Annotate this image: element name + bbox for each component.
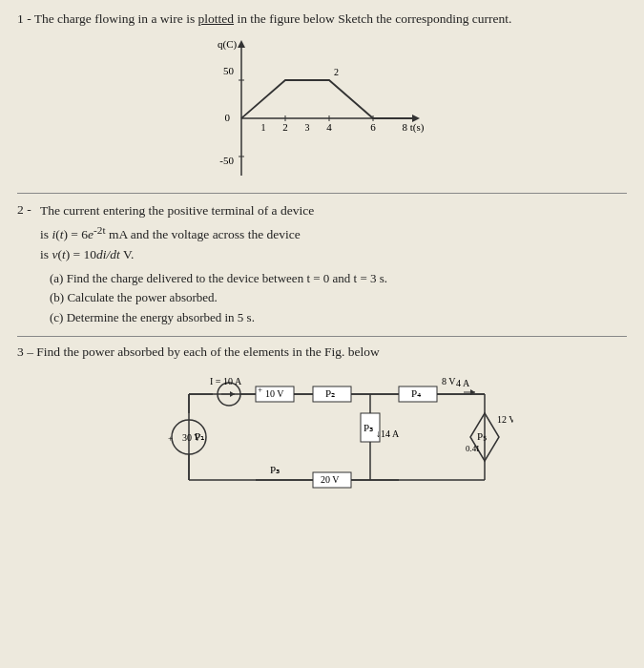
svg-text:1: 1 (260, 122, 265, 133)
charge-waveform (241, 80, 418, 118)
v1-label: 10 V (265, 388, 284, 399)
y-label-n50: -50 (219, 155, 234, 166)
p2-part-a: (a) Find the charge delivered to the dev… (50, 269, 387, 289)
problem-3-text: 3 – Find the power absorbed by each of t… (17, 344, 380, 359)
p-bottom-label: P₃ (270, 464, 280, 475)
p2-line1: The current entering the positive termin… (40, 203, 314, 218)
p1-label: P₁ (195, 430, 204, 442)
problem-2-text: The current entering the positive termin… (40, 201, 387, 264)
divider-2 (17, 336, 627, 337)
problem-1-text-before: 1 - The charge flowing in a wire is (17, 11, 195, 26)
peak-label: 2 (334, 67, 339, 77)
x-label-2: 2 (282, 121, 288, 133)
problem-1-plotted: plotted (198, 11, 235, 26)
y-label-0: 0 (224, 112, 230, 123)
p2-part-b: (b) Calculate the power absorbed. (50, 288, 387, 308)
problem-1: 1 - The charge flowing in a wire is plot… (17, 10, 627, 185)
i2-label: 4 A (456, 378, 470, 388)
x-label-6: 6 (370, 121, 376, 133)
y-axis-label: q(C) (218, 38, 238, 51)
y-axis-arrow (238, 40, 245, 48)
p2-line3: is v(t) = 10di/dt V. (40, 247, 134, 261)
p2-label: P₂ (325, 387, 335, 399)
problem-1-text-after: in the figure below Sketch the correspon… (237, 11, 511, 26)
charge-graph: 50 -50 0 q(C) 2 4 6 8 t(s) (189, 32, 437, 185)
divider-1 (17, 193, 627, 194)
controlled-label: 0.4I (466, 444, 479, 453)
x-label-4: 4 (326, 121, 332, 133)
x-label-8t: 8 t(s) (402, 121, 424, 134)
i-source-label: I = 10 A (210, 376, 242, 386)
p2-line2b: mA and the voltage across the device (106, 227, 301, 241)
problem-2: 2 - The current entering the positive te… (17, 201, 627, 328)
p2-part-c: (c) Determine the energy absorbed in 5 s… (50, 308, 387, 328)
y-label-50: 50 (223, 65, 235, 76)
v4-label: 20 V (321, 474, 340, 485)
p4-label: P₄ (411, 387, 422, 399)
circuit-container: I = 10 A 10 V + P₂ P₄ 8 V 4 A (160, 365, 485, 504)
page: 1 - The charge flowing in a wire is plot… (0, 0, 644, 668)
graph-container: 50 -50 0 q(C) 2 4 6 8 t(s) (189, 32, 456, 185)
p2-line2: is i(t) = 6e-2t mA and the voltage acros… (40, 227, 301, 241)
i3-label: ↓14 A (376, 428, 400, 439)
p3-label: P₃ (364, 422, 373, 433)
p2-exp: -2t (93, 223, 106, 235)
v2-label: 8 V (442, 376, 456, 386)
svg-text:3: 3 (304, 122, 309, 133)
current-source-arrow (230, 391, 235, 397)
sub-questions: (a) Find the charge delivered to the dev… (50, 269, 387, 328)
circuit-diagram: I = 10 A 10 V + P₂ P₄ 8 V 4 A (160, 365, 513, 504)
problem-3: 3 – Find the power absorbed by each of t… (17, 344, 627, 360)
p5-label: P₅ (477, 430, 487, 442)
problem-2-content: The current entering the positive termin… (40, 201, 387, 328)
v3-plus: + (168, 433, 173, 443)
problem-1-title: 1 - The charge flowing in a wire is plot… (17, 10, 627, 29)
problem-2-number: 2 - (17, 202, 40, 218)
v1-plus: + (258, 385, 262, 394)
v5-label: 12 V (497, 414, 513, 425)
